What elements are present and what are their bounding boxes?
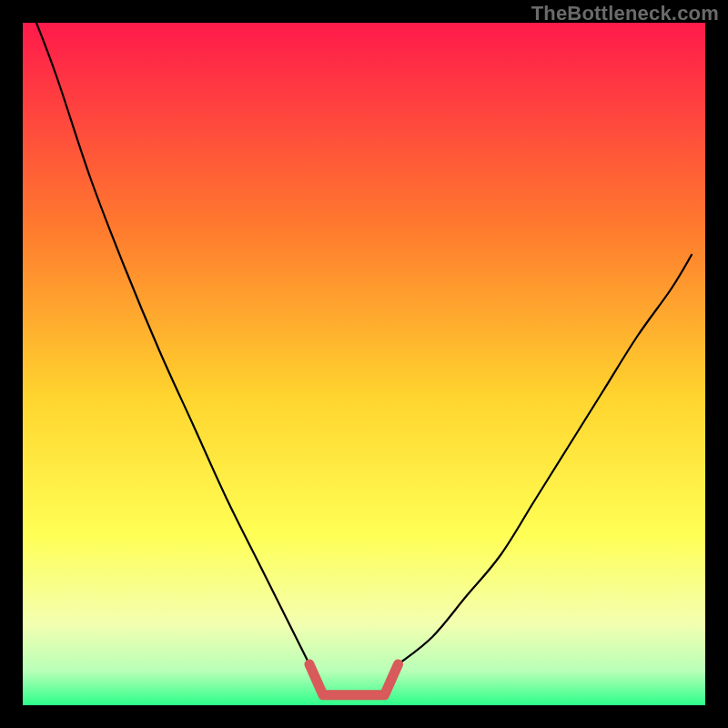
plot-svg <box>23 23 705 705</box>
watermark-text: TheBottleneck.com <box>531 2 719 25</box>
plot-area <box>23 23 705 705</box>
chart-frame: TheBottleneck.com <box>0 0 728 728</box>
gradient-background <box>23 23 705 705</box>
